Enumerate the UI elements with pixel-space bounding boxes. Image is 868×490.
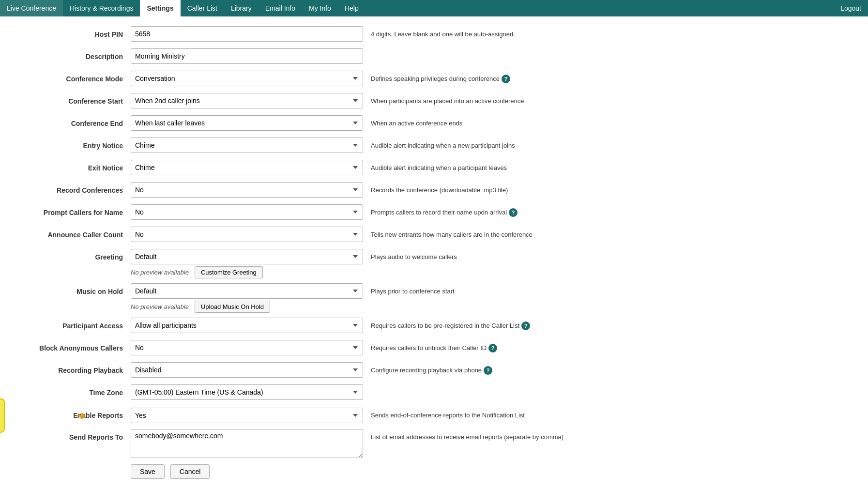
conference-mode-row: Conference Mode Conversation Presentatio…: [15, 71, 566, 88]
participant-access-label: Participant Access: [15, 318, 131, 334]
music-on-hold-row: Music on Hold Default Custom No preview …: [15, 283, 566, 313]
logout-button[interactable]: Logout: [834, 0, 868, 16]
nav-caller-list[interactable]: Caller List: [181, 0, 224, 16]
nav-history-recordings[interactable]: History & Recordings: [63, 0, 140, 16]
entry-notice-select[interactable]: Chime None Name: [131, 138, 363, 153]
announce-caller-label: Announce Caller Count: [15, 227, 131, 243]
record-conferences-label: Record Conferences: [15, 182, 131, 199]
conference-mode-control: Conversation Presentation Q&A: [131, 71, 363, 86]
block-anon-label: Block Anonymous Callers: [15, 340, 131, 356]
conference-start-select[interactable]: When 2nd caller joins Immediately: [131, 93, 363, 108]
conference-mode-desc: Defines speaking privileges during confe…: [363, 71, 566, 87]
entry-notice-row: Entry Notice Chime None Name Audible ale…: [15, 138, 566, 155]
exit-notice-desc: Audible alert indicating when a particip…: [363, 160, 566, 176]
greeting-row: Greeting Default Custom No preview avail…: [15, 249, 566, 278]
send-email-reports-callout: Send EmailReports: [0, 398, 5, 433]
announce-caller-row: Announce Caller Count No Yes Tells new e…: [15, 227, 566, 244]
enable-reports-label: Enable Reports: [15, 407, 131, 424]
block-anon-help-icon[interactable]: ?: [488, 344, 497, 352]
description-control: [131, 48, 363, 64]
nav-help[interactable]: Help: [338, 0, 365, 16]
description-input[interactable]: [131, 48, 363, 64]
nav-settings[interactable]: Settings: [140, 0, 180, 16]
conference-end-select[interactable]: When last caller leaves When host leaves: [131, 115, 363, 131]
enable-reports-control: Yes No: [131, 408, 363, 423]
host-pin-input[interactable]: [131, 26, 363, 42]
block-anon-row: Block Anonymous Callers No Yes Requires …: [15, 340, 566, 357]
record-conferences-control: No Yes: [131, 182, 363, 198]
announce-caller-select[interactable]: No Yes: [131, 227, 363, 242]
conference-end-desc: When an active conference ends: [363, 115, 566, 132]
prompt-callers-row: Prompt Callers for Name No Yes Prompts c…: [15, 204, 566, 222]
timezone-control: (GMT-05:00) Eastern Time (US & Canada) (…: [131, 384, 363, 400]
conference-mode-help-icon[interactable]: ?: [502, 75, 510, 83]
exit-notice-label: Exit Notice: [15, 160, 131, 176]
greeting-preview-row: No preview available Customize Greeting: [131, 266, 363, 278]
description-row: Description: [15, 48, 566, 66]
music-on-hold-label: Music on Hold: [15, 283, 131, 300]
cancel-button[interactable]: Cancel: [170, 464, 210, 479]
entry-notice-desc: Audible alert indicating when a new part…: [363, 138, 566, 154]
recording-playback-help-icon[interactable]: ?: [484, 366, 492, 375]
prompt-callers-select[interactable]: No Yes: [131, 204, 363, 220]
prompt-callers-control: No Yes: [131, 204, 363, 220]
description-label: Description: [15, 48, 131, 65]
greeting-select[interactable]: Default Custom: [131, 249, 363, 264]
participant-access-control: Allow all participants Registered only: [131, 318, 363, 333]
participant-access-desc: Requires callers to be pre-registered in…: [363, 318, 566, 334]
conference-mode-select[interactable]: Conversation Presentation Q&A: [131, 71, 363, 86]
music-on-hold-desc: Plays prior to conference start: [363, 283, 566, 300]
enable-reports-row: Send EmailReports ➜ Enable Reports Yes N…: [15, 407, 566, 424]
navbar: Live Conference History & Recordings Set…: [0, 0, 868, 16]
recording-playback-control: Disabled Enabled: [131, 362, 363, 378]
conference-mode-label: Conference Mode: [15, 71, 131, 87]
enable-reports-desc: Sends end-of-conference reports to the N…: [363, 407, 566, 424]
participant-access-help-icon[interactable]: ?: [521, 322, 530, 330]
record-conferences-row: Record Conferences No Yes Records the co…: [15, 182, 566, 199]
enable-reports-select[interactable]: Yes No: [131, 408, 363, 423]
nav-live-conference[interactable]: Live Conference: [0, 0, 63, 16]
prompt-callers-help-icon[interactable]: ?: [509, 208, 518, 217]
callout-arrow-icon: ➜: [76, 408, 86, 423]
prompt-callers-desc: Prompts callers to record their name upo…: [363, 204, 566, 221]
timezone-row: Time Zone (GMT-05:00) Eastern Time (US &…: [15, 384, 566, 402]
participant-access-select[interactable]: Allow all participants Registered only: [131, 318, 363, 333]
nav-my-info[interactable]: My Info: [302, 0, 338, 16]
conference-start-control: When 2nd caller joins Immediately: [131, 93, 363, 108]
recording-playback-desc: Configure recording playback via phone ?: [363, 362, 566, 379]
music-on-hold-control: Default Custom No preview available Uplo…: [131, 283, 363, 313]
music-on-hold-select[interactable]: Default Custom: [131, 283, 363, 299]
greeting-label: Greeting: [15, 249, 131, 265]
recording-playback-select[interactable]: Disabled Enabled: [131, 362, 363, 378]
send-reports-input[interactable]: somebody@somewhere.com: [131, 429, 363, 458]
upload-music-button[interactable]: Upload Music On Hold: [195, 301, 270, 313]
host-pin-control: [131, 26, 363, 42]
timezone-select[interactable]: (GMT-05:00) Eastern Time (US & Canada) (…: [131, 384, 363, 400]
block-anon-select[interactable]: No Yes: [131, 340, 363, 355]
announce-caller-desc: Tells new entrants how many callers are …: [363, 227, 566, 243]
host-pin-desc: 4 digits. Leave blank and one will be au…: [363, 26, 566, 43]
greeting-control: Default Custom No preview available Cust…: [131, 249, 363, 278]
send-reports-desc: List of email addresses to receive email…: [363, 429, 566, 445]
record-conferences-select[interactable]: No Yes: [131, 182, 363, 198]
customize-greeting-button[interactable]: Customize Greeting: [195, 266, 263, 278]
send-reports-row: Send Reports To somebody@somewhere.com L…: [15, 429, 566, 459]
timezone-label: Time Zone: [15, 384, 131, 401]
entry-notice-control: Chime None Name: [131, 138, 363, 153]
exit-notice-select[interactable]: Chime None Name: [131, 160, 363, 175]
entry-notice-label: Entry Notice: [15, 138, 131, 154]
nav-library[interactable]: Library: [224, 0, 259, 16]
announce-caller-control: No Yes: [131, 227, 363, 242]
music-no-preview: No preview available: [131, 303, 189, 310]
host-pin-label: Host PIN: [15, 26, 131, 43]
exit-notice-control: Chime None Name: [131, 160, 363, 175]
conference-end-row: Conference End When last caller leaves W…: [15, 115, 566, 133]
greeting-desc: Plays audio to welcome callers: [363, 249, 566, 265]
recording-playback-row: Recording Playback Disabled Enabled Conf…: [15, 362, 566, 380]
save-button[interactable]: Save: [131, 464, 165, 479]
conference-start-label: Conference Start: [15, 93, 131, 109]
block-anon-desc: Requires callers to unblock their Caller…: [363, 340, 566, 356]
conference-end-control: When last caller leaves When host leaves: [131, 115, 363, 131]
prompt-callers-label: Prompt Callers for Name: [15, 204, 131, 221]
nav-email-info[interactable]: Email Info: [259, 0, 302, 16]
